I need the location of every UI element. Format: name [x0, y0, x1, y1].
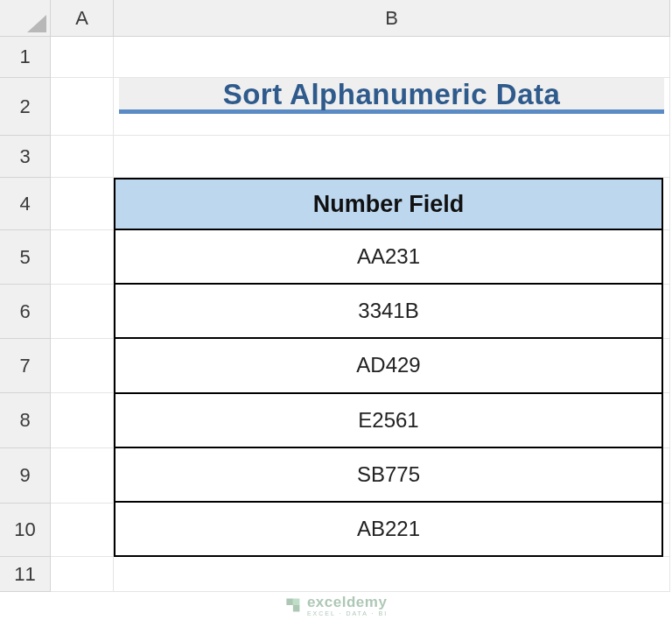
row-header-1[interactable]: 1 — [0, 37, 51, 78]
cell-b2[interactable]: Sort Alphanumeric Data — [114, 78, 670, 136]
row-header-2[interactable]: 2 — [0, 78, 51, 136]
column-header-b[interactable]: B — [114, 0, 670, 37]
row-header-11[interactable]: 11 — [0, 557, 51, 592]
cell-a8[interactable] — [51, 393, 114, 448]
row-header-8[interactable]: 8 — [0, 393, 51, 448]
row-header-9[interactable]: 9 — [0, 448, 51, 504]
cell-a9[interactable] — [51, 448, 114, 504]
cell-b1[interactable] — [114, 37, 670, 78]
select-all-corner[interactable] — [0, 0, 51, 37]
row-header-3[interactable]: 3 — [0, 136, 51, 178]
cell-a2[interactable] — [51, 78, 114, 136]
cell-a5[interactable] — [51, 230, 114, 285]
page-title: Sort Alphanumeric Data — [119, 78, 664, 111]
cell-a1[interactable] — [51, 37, 114, 78]
cell-a4[interactable] — [51, 178, 114, 230]
cell-b11[interactable] — [114, 557, 670, 592]
cell-a10[interactable] — [51, 504, 114, 557]
row-header-10[interactable]: 10 — [0, 504, 51, 557]
row-header-5[interactable]: 5 — [0, 230, 51, 285]
cell-b5[interactable] — [114, 230, 670, 285]
cell-a6[interactable] — [51, 285, 114, 339]
cell-b8[interactable] — [114, 393, 670, 448]
watermark-tagline: EXCEL · DATA · BI — [307, 610, 388, 616]
cell-b7[interactable] — [114, 339, 670, 393]
cell-b3[interactable] — [114, 136, 670, 178]
spreadsheet-grid: A B 1 2 3 4 5 6 7 8 9 10 11 Sort Alphanu… — [0, 0, 672, 592]
cell-b4[interactable] — [114, 178, 670, 230]
row-header-6[interactable]: 6 — [0, 285, 51, 339]
cell-a11[interactable] — [51, 557, 114, 592]
column-header-a[interactable]: A — [51, 0, 114, 37]
cell-b9[interactable] — [114, 448, 670, 504]
watermark: exceldemy EXCEL · DATA · BI — [284, 594, 388, 616]
cell-a3[interactable] — [51, 136, 114, 178]
cell-b6[interactable] — [114, 285, 670, 339]
cell-a7[interactable] — [51, 339, 114, 393]
cell-b10[interactable] — [114, 504, 670, 557]
watermark-brand: exceldemy — [307, 594, 388, 611]
row-header-7[interactable]: 7 — [0, 339, 51, 393]
row-header-4[interactable]: 4 — [0, 178, 51, 230]
brand-logo-icon — [284, 596, 302, 614]
